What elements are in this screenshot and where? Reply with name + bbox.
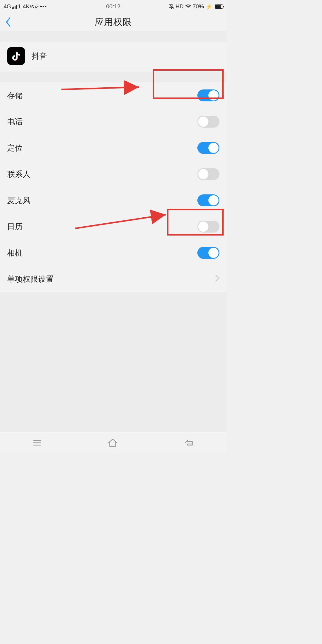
wifi-icon xyxy=(185,4,191,9)
permission-row-storage[interactable]: 存储 xyxy=(0,82,227,109)
toggle-knob xyxy=(198,222,208,232)
status-time: 00:12 xyxy=(106,3,120,10)
permission-row-location[interactable]: 定位 xyxy=(0,135,227,161)
battery-percent: 70% xyxy=(193,3,204,10)
toggle-knob xyxy=(198,117,208,127)
toggle-location[interactable] xyxy=(197,142,219,154)
section-gap xyxy=(0,31,227,42)
permission-label: 定位 xyxy=(7,143,23,153)
toggle-calendar[interactable] xyxy=(197,221,219,233)
permission-row-detail[interactable]: 单项权限设置 xyxy=(0,266,227,292)
permission-label: 电话 xyxy=(7,117,23,127)
toggle-storage[interactable] xyxy=(197,89,219,101)
toggle-camera[interactable] xyxy=(197,247,219,259)
section-gap xyxy=(0,72,227,82)
toggle-microphone[interactable] xyxy=(197,194,219,206)
back-icon[interactable] xyxy=(5,17,11,27)
permission-row-contacts[interactable]: 联系人 xyxy=(0,161,227,187)
toggle-knob xyxy=(208,195,219,205)
nav-bar xyxy=(0,432,227,453)
toggle-knob xyxy=(208,90,219,100)
network-type: 4G xyxy=(4,3,11,10)
page-title: 应用权限 xyxy=(95,16,132,28)
battery-icon xyxy=(215,4,223,9)
permission-row-camera[interactable]: 相机 xyxy=(0,240,227,266)
toggle-knob xyxy=(208,248,219,258)
status-left: 4G 1.4K/s ••• xyxy=(4,3,47,10)
app-icon xyxy=(7,47,25,65)
app-name: 抖音 xyxy=(32,51,47,61)
permission-label: 存储 xyxy=(7,90,23,101)
permission-row-calendar[interactable]: 日历 xyxy=(0,213,227,240)
charging-icon: ⚡ xyxy=(205,3,213,10)
usb-icon xyxy=(35,4,39,9)
status-right: HD 70% ⚡ xyxy=(169,3,223,10)
permission-label: 联系人 xyxy=(7,169,30,179)
permission-label: 日历 xyxy=(7,222,23,232)
toggle-phone[interactable] xyxy=(197,116,219,128)
toggle-contacts[interactable] xyxy=(197,168,219,180)
more-icon: ••• xyxy=(40,3,47,10)
detail-label: 单项权限设置 xyxy=(7,274,54,284)
status-bar: 4G 1.4K/s ••• 00:12 HD 70% ⚡ xyxy=(0,0,227,13)
bell-mute-icon xyxy=(169,4,174,9)
app-header: 抖音 xyxy=(0,42,227,72)
douyin-icon xyxy=(10,50,22,62)
signal-icon xyxy=(12,4,17,9)
toggle-knob xyxy=(208,143,219,153)
permission-label: 相机 xyxy=(7,248,23,258)
toggle-knob xyxy=(198,169,208,179)
header: 应用权限 xyxy=(0,13,227,31)
permission-label: 麦克风 xyxy=(7,195,30,206)
network-speed: 1.4K/s xyxy=(18,3,34,10)
permission-row-microphone[interactable]: 麦克风 xyxy=(0,187,227,213)
home-icon[interactable] xyxy=(107,437,119,448)
back-nav-icon[interactable] xyxy=(183,437,195,448)
content: 抖音 存储 电话 定位 联系人 麦克风 日历 相机 xyxy=(0,31,227,432)
hd-icon: HD xyxy=(176,3,184,10)
permission-row-phone[interactable]: 电话 xyxy=(0,109,227,135)
chevron-right-icon xyxy=(215,274,219,284)
recent-apps-icon[interactable] xyxy=(32,437,43,448)
permission-list: 存储 电话 定位 联系人 麦克风 日历 相机 单项权限设置 xyxy=(0,82,227,292)
